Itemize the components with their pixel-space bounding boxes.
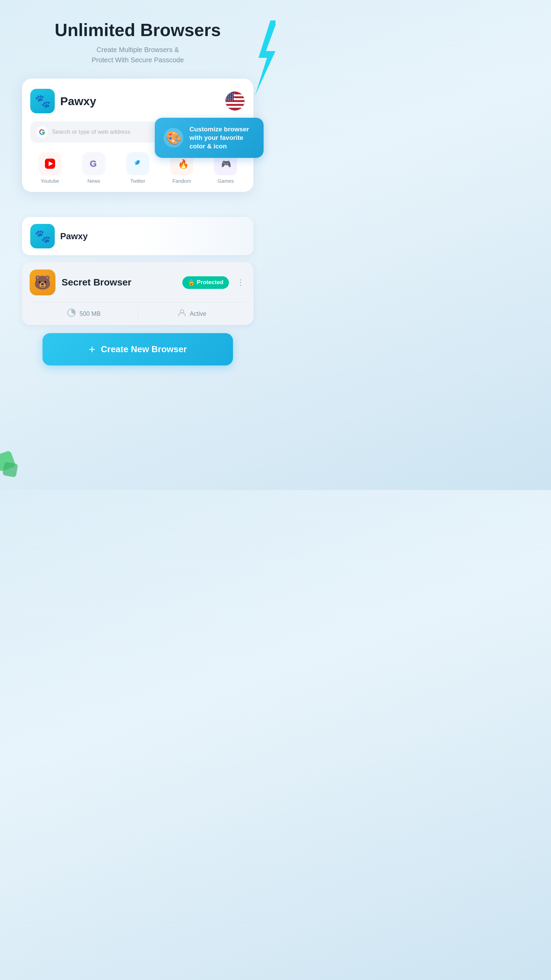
youtube-icon-box [38, 152, 62, 175]
secret-browser-name: Secret Browser [62, 277, 176, 288]
lock-icon: 🔒 [188, 279, 195, 286]
svg-text:★ ★ ★ ★: ★ ★ ★ ★ [226, 95, 233, 97]
news-icon: G G [87, 157, 100, 170]
svg-rect-5 [225, 102, 245, 104]
browser-app-icon: 🐾 [30, 89, 55, 113]
secret-browser-stats: 500 MB Active [30, 302, 246, 325]
protected-badge: 🔒 Protected [182, 276, 229, 289]
secret-browser-header: 🐻 Secret Browser 🔒 Protected ⋮ [30, 269, 246, 295]
header-section: Unlimited Browsers Create Multiple Brows… [55, 21, 221, 65]
secret-browser-card: 🐻 Secret Browser 🔒 Protected ⋮ [22, 262, 253, 325]
svg-text:🎮: 🎮 [221, 159, 231, 169]
svg-rect-6 [225, 106, 245, 108]
svg-text:★ ★ ★ ★ ★: ★ ★ ★ ★ ★ [226, 94, 235, 95]
shortcut-twitter[interactable]: Twitter [126, 152, 149, 184]
secret-browser-icon: 🐻 [30, 269, 56, 295]
second-browser-icon: 🐾 [30, 224, 55, 248]
news-icon-box: G G [82, 152, 105, 175]
header-subtitle: Create Multiple Browsers & Protect With … [55, 45, 221, 65]
user-icon [178, 308, 186, 319]
customize-icon: 🎨 [164, 128, 183, 148]
storage-icon [67, 308, 76, 320]
create-button-label: Create New Browser [101, 344, 187, 355]
browser-name-label: Pawxy [60, 95, 96, 108]
status-stat: Active [138, 308, 246, 320]
svg-text:★ ★ ★ ★: ★ ★ ★ ★ [226, 99, 233, 101]
flag-icon[interactable]: ★ ★ ★ ★ ★ ★ ★ ★ ★ ★ ★ ★ ★ ★ ★ ★ ★ ★ [225, 91, 245, 111]
youtube-label: Youtube [40, 178, 59, 184]
browser-header-row: 🐾 Pawxy ★ ★ ★ ★ ★ ★ ★ ★ ★ ★ ★ ★ ★ ★ [30, 89, 245, 113]
protected-label: Protected [197, 279, 224, 286]
create-plus-icon: + [89, 343, 95, 356]
storage-value: 500 MB [79, 310, 101, 318]
games-label: Games [218, 178, 233, 184]
svg-text:★ ★ ★ ★ ★: ★ ★ ★ ★ ★ [226, 97, 235, 99]
news-label: News [87, 178, 100, 184]
shortcut-news[interactable]: G G News [82, 152, 105, 184]
create-new-browser-button[interactable]: + Create New Browser [43, 333, 233, 366]
customize-text: Customize browser with your favorite col… [189, 125, 255, 150]
svg-text:G: G [90, 159, 97, 169]
status-value: Active [190, 310, 206, 318]
main-browser-card: 🐾 Pawxy ★ ★ ★ ★ ★ ★ ★ ★ ★ ★ ★ ★ ★ ★ [22, 79, 253, 192]
games-icon: 🎮 [219, 157, 232, 170]
more-options-button[interactable]: ⋮ [235, 278, 246, 287]
browser-logo-row: 🐾 Pawxy [30, 89, 96, 113]
page-container: Unlimited Browsers Create Multiple Brows… [0, 0, 275, 386]
storage-stat: 500 MB [30, 308, 138, 320]
svg-text:🔥: 🔥 [178, 159, 188, 169]
twitter-icon [131, 157, 144, 170]
green-decoration [0, 442, 27, 480]
svg-rect-1 [2, 462, 18, 477]
youtube-icon [43, 157, 56, 170]
shortcut-youtube[interactable]: Youtube [38, 152, 62, 184]
twitter-label: Twitter [130, 178, 145, 184]
page-title: Unlimited Browsers [55, 21, 221, 40]
google-logo [37, 126, 48, 138]
fandom-icon: 🔥 [175, 157, 188, 170]
twitter-icon-box [126, 152, 149, 175]
fandom-label: Fandom [172, 178, 191, 184]
customize-tooltip-card: 🎨 Customize browser with your favorite c… [155, 118, 264, 158]
second-browser-card: 🐾 Pawxy [22, 217, 253, 255]
second-browser-name: Pawxy [60, 231, 88, 242]
secret-browser-info: Secret Browser [62, 277, 176, 288]
